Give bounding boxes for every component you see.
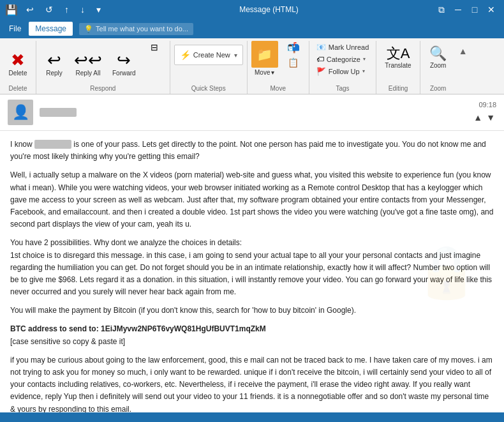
ribbon-tags-group: 📧 Mark Unread 🏷 Categorize ▾ 🚩 Follow Up… [309, 41, 377, 94]
reply-button[interactable]: ↩ Reply [40, 41, 68, 80]
restore-button[interactable]: □ [467, 2, 482, 17]
zoom-icon: 🔍 [429, 47, 447, 61]
lightbulb-icon: 💡 [84, 25, 93, 33]
move-extra-icon-2: 📋 [288, 58, 299, 67]
up-button[interactable]: ↑ [61, 3, 72, 16]
translate-icon: 文A [387, 47, 410, 61]
forward-icon: ↪ [117, 52, 131, 68]
ribbon-move-group: 📁 Move ▾ 📬 📋 Move [248, 41, 309, 94]
lightning-icon: ⚡ [180, 50, 191, 60]
tell-me-text: Tell me what you want to do... [96, 25, 188, 33]
nav-down-arrow[interactable]: ▼ [485, 111, 496, 124]
move-extra-button-2[interactable]: 📋 [282, 56, 305, 69]
down-button[interactable]: ↓ [77, 3, 88, 16]
move-label: Move [255, 69, 270, 76]
translate-button[interactable]: 文A Translate [380, 41, 415, 73]
email-paragraph-4: You will make the payment by Bitcoin (if… [10, 305, 494, 317]
reply-all-icon: ↩↩ [74, 52, 102, 68]
translate-label: Translate [385, 62, 411, 70]
categorize-icon: 🏷 [316, 55, 324, 64]
menu-message[interactable]: Message [29, 22, 73, 36]
categorize-label: Categorize [327, 56, 360, 63]
reply-all-button[interactable]: ↩↩ Reply All [70, 41, 107, 80]
minimize-button[interactable]: ─ [450, 2, 466, 17]
email-paragraph-2: Well, i actually setup a malware on the … [10, 169, 494, 230]
menu-file[interactable]: File [3, 22, 27, 36]
more-button[interactable]: ▾ [93, 3, 104, 16]
move-label-row[interactable]: Move ▾ [255, 69, 274, 76]
delete-label: Delete [9, 70, 27, 77]
follow-up-label: Follow Up [329, 68, 360, 75]
sender-name: ████ [40, 108, 472, 117]
sender-info: ████ [40, 108, 472, 117]
move-button[interactable]: 📁 [251, 41, 278, 68]
email-time: 09:18 [478, 101, 496, 109]
folder-move-icon: 📁 [256, 47, 272, 62]
email-nav: 09:18 ▲ ▼ [472, 101, 496, 124]
create-new-button[interactable]: ⚡ Create New ▾ [174, 45, 243, 65]
undo-button[interactable]: ↩ [23, 3, 37, 16]
mark-unread-label: Mark Unread [329, 43, 369, 51]
move-dropdown-arrow: ▾ [271, 69, 274, 76]
reply-all-label: Reply All [76, 70, 101, 77]
forward-label: Forward [112, 70, 136, 77]
ribbon-delete-group: ✖ Delete Delete [0, 41, 36, 94]
zoom-label: Zoom [430, 62, 447, 70]
avatar-icon: 👤 [12, 104, 29, 121]
quick-steps-group-label: Quick Steps [174, 84, 243, 94]
ribbon-respond-group: ↩ Reply ↩↩ Reply All ↪ Forward ⊟ Respond [36, 41, 170, 94]
close-button[interactable]: ✕ [484, 2, 499, 17]
ribbon-collapse-button[interactable]: ▲ [456, 43, 470, 59]
sender-name-placeholder: ████ [40, 108, 77, 117]
respond-group-label: Respond [40, 84, 166, 94]
nav-up-arrow[interactable]: ▲ [472, 111, 484, 124]
email-paragraph-5: BTC address to send to: 1EiJMyvw2NP6T6vy… [10, 323, 494, 347]
window-title: Message (HTML) [239, 5, 299, 14]
email-paragraph-6: if you may be curious about going to the… [10, 354, 494, 412]
ribbon-quick-steps-group: ⚡ Create New ▾ Quick Steps [170, 41, 248, 94]
reply-icon: ↩ [47, 52, 61, 68]
follow-up-button[interactable]: 🚩 Follow Up ▾ [313, 65, 373, 77]
box-icon-button[interactable]: ⧉ [434, 2, 449, 17]
create-new-dropdown-arrow: ▾ [234, 52, 237, 59]
mark-unread-button[interactable]: 📧 Mark Unread [313, 41, 373, 53]
delete-icon: ✖ [11, 52, 25, 68]
redacted-1: ████ [34, 140, 71, 149]
editing-group-label: Editing [380, 84, 415, 94]
email-body[interactable]: 🔒 I know ████ is one of your pass. Lets … [0, 131, 504, 412]
delete-button[interactable]: ✖ Delete [4, 41, 32, 80]
move-extra-icon-1: 📬 [287, 43, 300, 53]
email-header: 👤 ████ 09:18 ▲ ▼ [0, 94, 504, 131]
redo-button[interactable]: ↺ [42, 3, 56, 16]
respond-extra-button[interactable]: ⊟ [143, 41, 166, 54]
move-extra-button-1[interactable]: 📬 [282, 41, 305, 55]
follow-up-dropdown-arrow: ▾ [362, 68, 365, 74]
reply-label: Reply [46, 70, 63, 77]
window-controls: ⧉ ─ □ ✕ [434, 2, 499, 17]
ribbon: ✖ Delete Delete ↩ Reply ↩↩ Reply All ↪ F… [0, 38, 504, 94]
delete-group-label: Delete [4, 84, 32, 94]
tell-me-box[interactable]: 💡 Tell me what you want to do... [79, 23, 193, 35]
zoom-group-label: Zoom [424, 84, 452, 94]
ribbon-zoom-group: 🔍 Zoom Zoom [420, 41, 456, 94]
move-group-label: Move [251, 84, 305, 94]
categorize-dropdown-arrow: ▾ [363, 56, 366, 62]
email-paragraph-1: I know ████ is one of your pass. Lets ge… [10, 139, 494, 163]
email-nav-arrows: ▲ ▼ [472, 111, 496, 124]
title-bar: 💾 ↩ ↺ ↑ ↓ ▾ Message (HTML) ⧉ ─ □ ✕ [0, 0, 504, 19]
tags-section: 📧 Mark Unread 🏷 Categorize ▾ 🚩 Follow Up… [313, 41, 373, 77]
tags-group-label: Tags [313, 84, 373, 94]
create-new-label: Create New [193, 51, 230, 59]
zoom-button[interactable]: 🔍 Zoom [424, 41, 452, 73]
title-bar-left: 💾 ↩ ↺ ↑ ↓ ▾ [5, 3, 104, 16]
categorize-button[interactable]: 🏷 Categorize ▾ [313, 53, 373, 65]
menu-bar: File Message 💡 Tell me what you want to … [0, 19, 504, 38]
save-icon: 💾 [5, 4, 18, 16]
status-bar [0, 412, 504, 422]
forward-button[interactable]: ↪ Forward [108, 41, 140, 80]
ribbon-editing-group: 文A Translate Editing [376, 41, 420, 94]
respond-extra-icon: ⊟ [151, 43, 158, 52]
avatar: 👤 [8, 100, 33, 125]
follow-up-icon: 🚩 [316, 67, 326, 76]
email-paragraph-3: You have 2 possibilities. Why dont we an… [10, 237, 494, 298]
